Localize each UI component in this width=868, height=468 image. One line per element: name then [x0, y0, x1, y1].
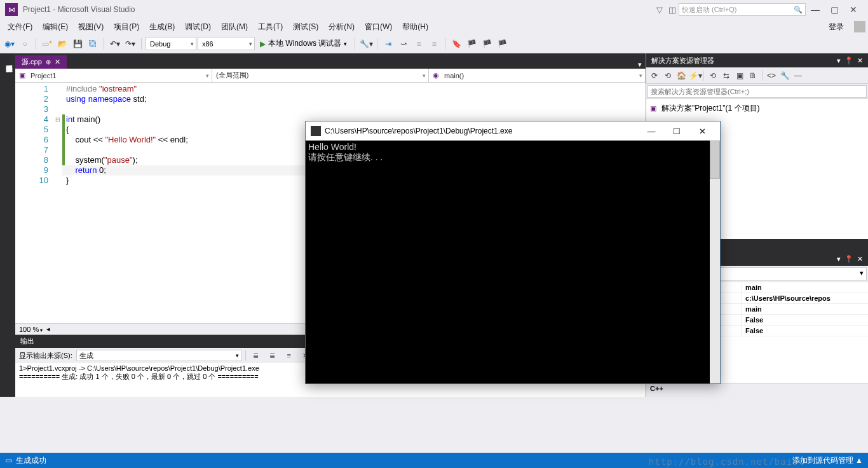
play-icon: ▶ — [260, 39, 266, 48]
vs-logo-icon: ⋈ — [5, 3, 18, 16]
function-icon: ◉ — [433, 71, 442, 80]
hscroll-left[interactable]: ◂ — [46, 325, 50, 333]
menu-edit[interactable]: 编辑(E) — [37, 20, 73, 34]
step-into-button[interactable]: ⇥ — [381, 37, 395, 51]
menu-debug[interactable]: 调试(D) — [180, 20, 216, 34]
tab-close-icon[interactable]: ✕ — [55, 58, 60, 66]
avatar-icon[interactable] — [854, 21, 865, 32]
run-button[interactable]: ▶ 本地 Windows 调试器 ▾ — [256, 38, 351, 49]
se-wrench-button[interactable]: 🔧 — [779, 71, 790, 80]
props-close-icon[interactable]: ✕ — [857, 255, 863, 263]
nav-fwd-button[interactable]: ○ — [18, 37, 32, 51]
platform-dropdown[interactable]: x86 — [198, 37, 255, 50]
output-btn-3[interactable]: ≡ — [283, 352, 295, 359]
solution-explorer-search — [646, 84, 868, 99]
search-icon: 🔍 — [794, 6, 803, 14]
menu-project[interactable]: 项目(P) — [109, 20, 144, 34]
status-build-text: 生成成功 — [16, 456, 46, 465]
maximize-button[interactable]: ▢ — [825, 4, 844, 15]
output-source-label: 显示输出来源(S): — [19, 351, 72, 361]
step-over-button[interactable]: ⤻ — [397, 37, 410, 51]
save-button[interactable]: 💾 — [71, 37, 85, 51]
feedback-icon[interactable]: ◫ — [666, 5, 679, 15]
menu-tools[interactable]: 工具(T) — [253, 20, 288, 34]
menu-test[interactable]: 测试(S) — [288, 20, 323, 34]
close-button[interactable]: ✕ — [844, 4, 863, 15]
solution-explorer-header: 解决方案资源管理器 ▾📍✕ — [646, 53, 868, 67]
outdent-button[interactable]: ≡ — [427, 37, 441, 51]
output-btn-1[interactable]: ≣ — [250, 352, 262, 360]
flag2-button[interactable]: 🏴 — [480, 37, 494, 51]
solution-root-node[interactable]: ▣ 解决方案"Project1"(1 个项目) — [650, 102, 864, 115]
se-properties-button[interactable]: 🗎 — [747, 71, 759, 80]
menu-team[interactable]: 团队(M) — [216, 20, 253, 34]
console-close-button[interactable]: ✕ — [689, 127, 715, 136]
project-icon: ▣ — [19, 71, 28, 80]
se-fwd-button[interactable]: ⟲ — [662, 71, 674, 80]
login-link[interactable]: 登录 — [822, 20, 850, 34]
se-dropdown-icon[interactable]: ▾ — [837, 57, 841, 65]
line-gutter: 123 456 789 10 — [15, 83, 53, 323]
run-label: 本地 Windows 调试器 — [268, 38, 341, 49]
flag3-button[interactable]: 🏴 — [495, 37, 509, 51]
menu-view[interactable]: 视图(V) — [73, 20, 109, 34]
tab-overflow-button[interactable]: ▾ — [634, 60, 646, 69]
se-sync-button[interactable]: ⚡▾ — [689, 71, 700, 80]
config-dropdown[interactable]: Debug — [146, 37, 196, 50]
status-icon: ▭ — [5, 456, 12, 465]
pin-icon[interactable]: ⊕ — [46, 59, 51, 65]
console-scrollbar[interactable] — [710, 141, 720, 383]
se-more-button[interactable]: — — [792, 71, 804, 80]
solution-icon: ▣ — [650, 104, 659, 113]
se-search-input[interactable] — [648, 85, 867, 98]
save-all-button[interactable]: ⿻ — [86, 37, 100, 51]
console-titlebar[interactable]: C:\Users\HP\source\repos\Project1\Debug\… — [306, 121, 720, 141]
new-project-button[interactable]: ▭* — [40, 37, 54, 51]
open-file-button[interactable]: 📂 — [55, 37, 69, 51]
fold-gutter[interactable]: ⊟ — [53, 83, 62, 323]
console-minimize-button[interactable]: — — [639, 127, 664, 136]
output-btn-2[interactable]: ≣ — [266, 352, 279, 360]
toolbar-btn-1[interactable]: 🔧▾ — [359, 37, 373, 51]
indent-button[interactable]: ≡ — [412, 37, 426, 51]
bookmark-button[interactable]: 🔖 — [449, 37, 463, 51]
code-nav-bar: ▣ Project1 (全局范围) ◉ main() — [15, 69, 646, 83]
se-showall-button[interactable]: ▣ — [734, 71, 745, 80]
menubar: 文件(F) 编辑(E) 视图(V) 项目(P) 生成(B) 调试(D) 团队(M… — [0, 19, 868, 34]
menu-window[interactable]: 窗口(W) — [360, 20, 397, 34]
redo-button[interactable]: ↷▾ — [123, 37, 137, 51]
console-icon — [311, 126, 321, 136]
minimize-button[interactable]: — — [806, 4, 825, 15]
se-pin-icon[interactable]: 📍 — [844, 57, 853, 65]
props-category: C++ — [646, 383, 868, 397]
nav-scope-dropdown[interactable]: (全局范围) — [212, 69, 429, 82]
console-output[interactable]: Hello World! 请按任意键继续. . . — [306, 141, 720, 383]
se-collapse-button[interactable]: ⇆ — [721, 71, 732, 80]
server-explorer-tab[interactable]: 服务器资源管理器 — [4, 57, 14, 393]
menu-build[interactable]: 生成(B) — [144, 20, 180, 34]
nav-project-dropdown[interactable]: ▣ Project1 — [15, 69, 212, 82]
nav-back-button[interactable]: ◉▾ — [3, 37, 17, 51]
menu-analyze[interactable]: 分析(N) — [323, 20, 360, 34]
console-maximize-button[interactable]: ☐ — [664, 127, 689, 136]
menu-file[interactable]: 文件(F) — [3, 20, 37, 34]
se-home-button[interactable]: 🏠 — [675, 71, 687, 80]
notification-icon[interactable]: ▽ — [653, 5, 666, 15]
se-code-button[interactable]: <> — [766, 71, 777, 80]
menu-help[interactable]: 帮助(H) — [397, 20, 433, 34]
publish-icon[interactable]: ▲ — [855, 456, 863, 465]
window-title: Project1 - Microsoft Visual Studio — [23, 5, 135, 14]
props-dropdown-icon[interactable]: ▾ — [837, 255, 841, 263]
undo-button[interactable]: ↶▾ — [108, 37, 122, 51]
se-refresh-button[interactable]: ⟲ — [707, 71, 719, 80]
flag-button[interactable]: 🏴 — [465, 37, 478, 51]
output-source-dropdown[interactable]: 生成 — [76, 350, 241, 361]
quick-launch-input[interactable]: 快速启动 (Ctrl+Q) 🔍 — [679, 3, 806, 16]
tab-label: 源.cpp — [22, 57, 42, 67]
nav-function-dropdown[interactable]: ◉ main() — [429, 69, 646, 82]
se-back-button[interactable]: ⟳ — [649, 71, 660, 80]
props-pin-icon[interactable]: 📍 — [844, 255, 853, 263]
editor-tab-source[interactable]: 源.cpp ⊕ ✕ — [15, 55, 67, 69]
zoom-dropdown[interactable]: 100 % — [19, 326, 43, 333]
se-close-icon[interactable]: ✕ — [857, 57, 863, 65]
